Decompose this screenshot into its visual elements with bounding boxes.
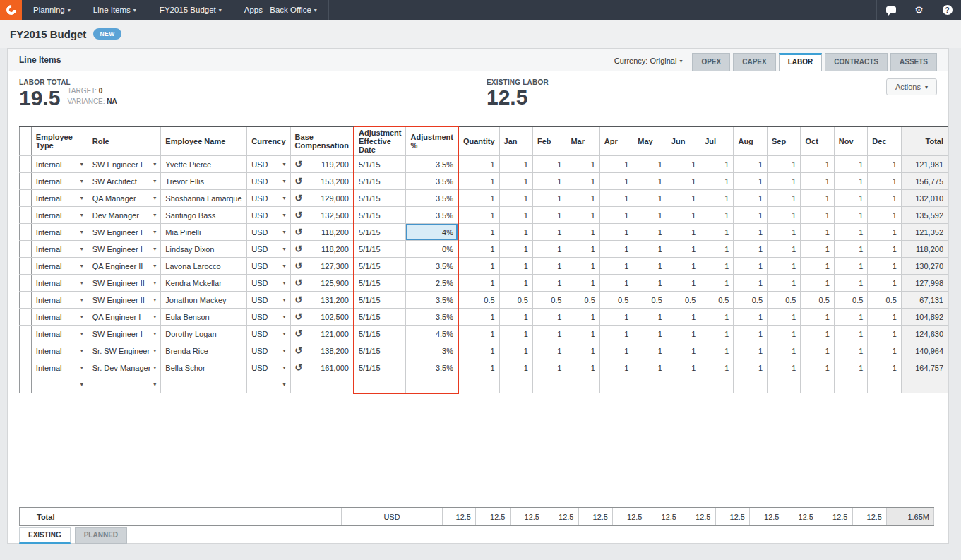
cell-month-sep[interactable]: 1 [768, 190, 801, 207]
cell-base-compensation[interactable]: ↺118,200 [290, 224, 354, 241]
cell-adjustment-effective-date[interactable]: 5/1/15 [354, 207, 406, 224]
cell-month-mar[interactable]: 1 [566, 359, 599, 376]
cell-month-jun[interactable]: 1 [667, 173, 700, 190]
cell-quantity[interactable]: 1 [458, 342, 499, 359]
cell-month-mar[interactable]: 0.5 [566, 292, 599, 309]
cell-month-mar[interactable]: 1 [566, 275, 599, 292]
cell-month-aug[interactable]: 1 [734, 275, 768, 292]
cell-month-aug[interactable]: 0.5 [734, 292, 768, 309]
cell-adjustment-effective-date[interactable]: 5/1/15 [354, 326, 406, 342]
cell-adjustment-effective-date[interactable]: 5/1/15 [354, 359, 406, 376]
cell-month-apr-empty[interactable] [599, 376, 633, 393]
cell-month-oct[interactable]: 1 [801, 258, 834, 275]
cell-adjustment-effective-date[interactable]: 5/1/15 [354, 156, 406, 173]
cell-employee-name[interactable]: Lindsay Dixon [161, 241, 247, 258]
cell-month-feb[interactable]: 1 [532, 275, 566, 292]
cell-employee-name[interactable]: Dorothy Logan [161, 326, 247, 342]
cell-month-nov[interactable]: 1 [834, 342, 868, 359]
tab-capex[interactable]: CAPEX [733, 53, 775, 71]
cell-month-nov[interactable]: 1 [834, 241, 868, 258]
cell-role-empty[interactable]: ▾ [88, 376, 161, 393]
cell-month-mar[interactable]: 1 [566, 342, 599, 359]
cell-role[interactable]: SW Engineer II▾ [88, 292, 161, 309]
cell-role[interactable]: QA Engineer I▾ [88, 309, 161, 326]
cell-month-oct[interactable]: 1 [801, 359, 834, 376]
cell-month-mar[interactable]: 1 [566, 309, 599, 326]
cell-month-aug[interactable]: 1 [734, 258, 768, 275]
actions-button[interactable]: Actions ▾ [886, 78, 937, 95]
cell-month-jan[interactable]: 1 [499, 156, 532, 173]
cell-adjustment-pct[interactable]: 3.5% [406, 156, 458, 173]
cell-month-feb[interactable]: 1 [532, 156, 566, 173]
cell-month-apr[interactable]: 1 [599, 190, 633, 207]
cell-month-nov[interactable]: 1 [834, 190, 868, 207]
cell-month-oct[interactable]: 1 [801, 190, 834, 207]
cell-month-apr[interactable]: 1 [599, 275, 633, 292]
cell-month-sep[interactable]: 1 [768, 173, 801, 190]
cell-month-apr[interactable]: 1 [599, 156, 633, 173]
revert-icon[interactable]: ↺ [295, 176, 303, 186]
cell-month-jun-empty[interactable] [667, 376, 700, 393]
cell-month-aug[interactable]: 1 [734, 241, 768, 258]
cell-month-nov[interactable]: 1 [834, 156, 868, 173]
row-selector[interactable] [20, 156, 32, 173]
cell-month-sep[interactable]: 0.5 [768, 292, 801, 309]
cell-adjustment-pct[interactable]: 3.5% [406, 309, 458, 326]
cell-month-jan[interactable]: 1 [499, 359, 532, 376]
cell-month-sep[interactable]: 1 [768, 241, 801, 258]
cell-employee-type[interactable]: Internal▾ [31, 258, 88, 275]
cell-month-dec[interactable]: 1 [868, 156, 901, 173]
cell-adjustment-pct-selected[interactable]: 4% [406, 224, 458, 241]
cell-month-jun[interactable]: 1 [667, 190, 700, 207]
cell-employee-type[interactable]: Internal▾ [31, 156, 88, 173]
cell-adjustment-effective-date[interactable]: 5/1/15 [354, 342, 406, 359]
row-selector[interactable] [20, 376, 32, 393]
cell-month-sep[interactable]: 1 [768, 258, 801, 275]
cell-month-may[interactable]: 1 [633, 156, 667, 173]
cell-quantity[interactable]: 1 [458, 241, 499, 258]
revert-icon[interactable]: ↺ [295, 311, 303, 322]
currency-selector[interactable]: Currency: Original ▾ [614, 56, 683, 65]
cell-month-nov[interactable]: 1 [834, 359, 868, 376]
row-selector[interactable] [20, 241, 32, 258]
cell-employee-type-empty[interactable]: ▾ [31, 376, 88, 393]
row-selector[interactable] [20, 275, 32, 292]
cell-month-feb[interactable]: 1 [532, 241, 566, 258]
cell-month-oct[interactable]: 1 [801, 207, 834, 224]
cell-month-nov[interactable]: 1 [834, 207, 868, 224]
cell-month-may[interactable]: 1 [633, 359, 667, 376]
cell-role[interactable]: Dev Manager▾ [88, 207, 161, 224]
cell-adjustment-effective-date-empty[interactable] [354, 376, 406, 393]
cell-month-jan[interactable]: 0.5 [499, 292, 532, 309]
cell-month-jan[interactable]: 1 [499, 309, 532, 326]
cell-employee-name[interactable]: Bella Schor [161, 359, 247, 376]
cell-base-compensation[interactable]: ↺102,500 [290, 309, 354, 326]
cell-month-sep[interactable]: 1 [768, 224, 801, 241]
cell-month-may[interactable]: 1 [633, 309, 667, 326]
cell-month-apr[interactable]: 1 [599, 207, 633, 224]
cell-month-may[interactable]: 1 [633, 258, 667, 275]
cell-adjustment-effective-date[interactable]: 5/1/15 [354, 241, 406, 258]
cell-month-mar[interactable]: 1 [566, 241, 599, 258]
cell-adjustment-pct[interactable]: 0% [406, 241, 458, 258]
cell-month-oct[interactable]: 0.5 [801, 292, 834, 309]
cell-quantity-empty[interactable] [458, 376, 499, 393]
cell-month-may[interactable]: 1 [633, 241, 667, 258]
cell-month-jan[interactable]: 1 [499, 173, 532, 190]
cell-base-compensation[interactable]: ↺127,300 [290, 258, 354, 275]
cell-month-apr[interactable]: 1 [599, 241, 633, 258]
cell-month-jun[interactable]: 1 [667, 224, 700, 241]
cell-base-compensation[interactable]: ↺153,200 [290, 173, 354, 190]
cell-month-oct[interactable]: 1 [801, 342, 834, 359]
cell-month-aug[interactable]: 1 [734, 156, 768, 173]
cell-month-sep[interactable]: 1 [768, 309, 801, 326]
cell-month-nov[interactable]: 0.5 [834, 292, 868, 309]
cell-adjustment-effective-date[interactable]: 5/1/15 [354, 292, 406, 309]
revert-icon[interactable]: ↺ [295, 278, 303, 288]
cell-currency[interactable]: USD▾ [247, 309, 290, 326]
menu-apps-back-office[interactable]: Apps - Back Office ▾ [233, 0, 328, 20]
cell-employee-type[interactable]: Internal▾ [31, 241, 88, 258]
cell-month-may[interactable]: 1 [633, 207, 667, 224]
cell-base-compensation[interactable]: ↺118,200 [290, 241, 354, 258]
cell-quantity[interactable]: 1 [458, 156, 499, 173]
